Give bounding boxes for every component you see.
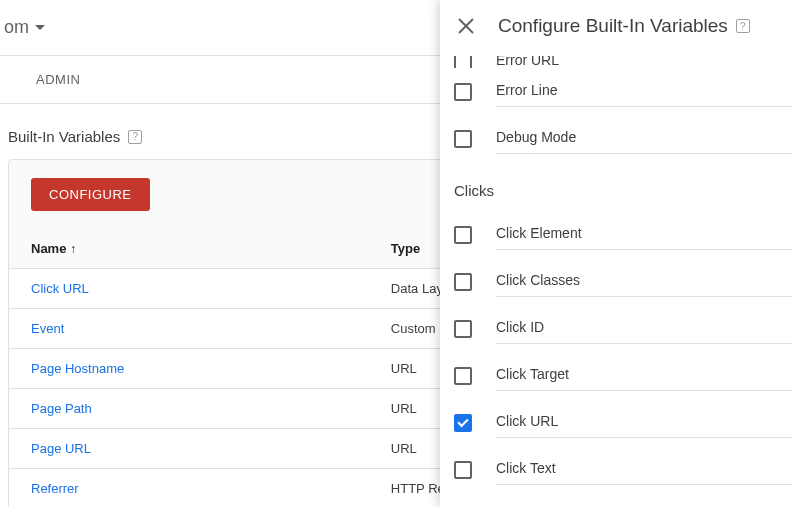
breadcrumb-current-label: om bbox=[4, 17, 29, 38]
configure-panel: Configure Built-In Variables ? Error URL… bbox=[440, 0, 792, 507]
checkbox[interactable] bbox=[454, 226, 472, 244]
checkbox-label: Error URL bbox=[496, 56, 792, 68]
var-name[interactable]: Page URL bbox=[9, 429, 369, 469]
chevron-down-icon bbox=[35, 25, 45, 30]
checkbox[interactable] bbox=[454, 414, 472, 432]
close-icon[interactable] bbox=[454, 14, 478, 38]
checkbox[interactable] bbox=[454, 130, 472, 148]
checkbox[interactable] bbox=[454, 367, 472, 385]
breadcrumb-current[interactable]: om bbox=[4, 17, 45, 38]
checkbox-row[interactable]: Click Text bbox=[454, 446, 792, 493]
group-label-forms: Forms bbox=[454, 493, 792, 507]
checkbox-label: Debug Mode bbox=[496, 123, 792, 154]
col-name-header[interactable]: Name ↑ bbox=[9, 229, 369, 269]
checkbox[interactable] bbox=[454, 461, 472, 479]
checkbox-row[interactable]: Click ID bbox=[454, 305, 792, 352]
checkbox-label: Click Target bbox=[496, 360, 792, 391]
checkbox-row[interactable]: Error URL bbox=[454, 56, 792, 68]
checkbox-row[interactable]: Error Line bbox=[454, 68, 792, 115]
checkbox-row[interactable]: Debug Mode bbox=[454, 115, 792, 162]
var-name[interactable]: Referrer bbox=[9, 469, 369, 508]
checkbox[interactable] bbox=[454, 273, 472, 291]
checkbox-label: Click Text bbox=[496, 454, 792, 485]
configure-button[interactable]: CONFIGURE bbox=[31, 178, 150, 211]
checkbox-row[interactable]: Click Element bbox=[454, 211, 792, 258]
checkbox-row[interactable]: Click Target bbox=[454, 352, 792, 399]
tab-admin[interactable]: ADMIN bbox=[24, 72, 92, 87]
sort-asc-icon: ↑ bbox=[70, 242, 76, 256]
checkbox-label: Click ID bbox=[496, 313, 792, 344]
checkbox-row[interactable]: Click URL bbox=[454, 399, 792, 446]
section-title: Built-In Variables bbox=[8, 128, 120, 145]
var-name[interactable]: Page Path bbox=[9, 389, 369, 429]
checkbox[interactable] bbox=[454, 83, 472, 101]
checkbox-label: Error Line bbox=[496, 76, 792, 107]
panel-body: Error URL Error Line Debug Mode Clicks C… bbox=[440, 56, 792, 507]
checkbox[interactable] bbox=[454, 56, 472, 68]
var-name[interactable]: Page Hostname bbox=[9, 349, 369, 389]
help-icon[interactable]: ? bbox=[736, 19, 750, 33]
checkbox[interactable] bbox=[454, 320, 472, 338]
col-name-header-label: Name bbox=[31, 241, 66, 256]
panel-title: Configure Built-In Variables bbox=[498, 15, 728, 37]
group-label-clicks: Clicks bbox=[454, 162, 792, 211]
col-type-header-label: Type bbox=[391, 241, 420, 256]
checkbox-label: Click Element bbox=[496, 219, 792, 250]
var-name[interactable]: Click URL bbox=[9, 269, 369, 309]
help-icon[interactable]: ? bbox=[128, 130, 142, 144]
checkbox-label: Click URL bbox=[496, 407, 792, 438]
checkbox-row[interactable]: Click Classes bbox=[454, 258, 792, 305]
checkbox-label: Click Classes bbox=[496, 266, 792, 297]
var-name[interactable]: Event bbox=[9, 309, 369, 349]
